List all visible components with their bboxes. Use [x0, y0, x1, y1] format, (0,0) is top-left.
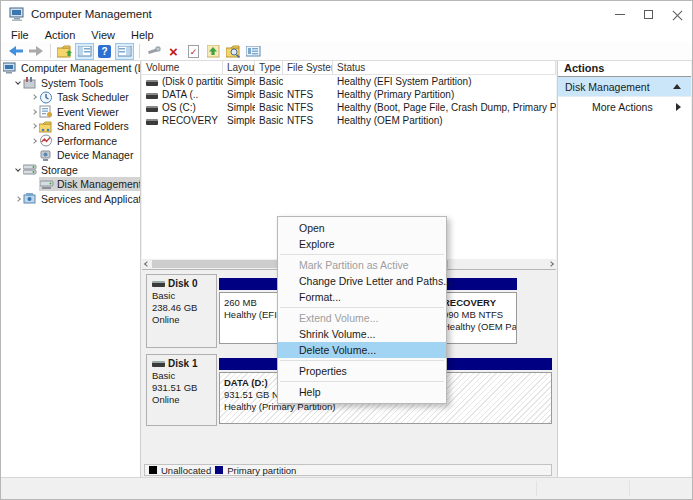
- volume-row[interactable]: RECOVERY Simple Basic NTFS Healthy (OEM …: [142, 114, 556, 127]
- more-actions-item[interactable]: More Actions: [558, 97, 691, 117]
- maximize-button[interactable]: [634, 1, 663, 27]
- chevron-collapsed-icon[interactable]: [29, 95, 39, 99]
- menu-item-delete-volume[interactable]: Delete Volume...: [278, 342, 446, 358]
- volume-row[interactable]: (Disk 0 partition 1) Simple Basic Health…: [142, 75, 556, 88]
- tree-item-device-manager[interactable]: Device Manager: [1, 148, 140, 163]
- volume-row[interactable]: OS (C:) Simple Basic NTFS Healthy (Boot,…: [142, 101, 556, 114]
- volume-icon: [146, 93, 158, 99]
- menu-item-extend-volume: Extend Volume...: [278, 310, 446, 326]
- action-pane-icon[interactable]: [115, 43, 134, 60]
- export-list-icon[interactable]: [55, 43, 74, 60]
- tree-item-disk-management[interactable]: Disk Management: [1, 177, 140, 192]
- forward-icon[interactable]: [26, 43, 45, 60]
- menu-item-properties[interactable]: Properties: [278, 363, 446, 379]
- menu-action[interactable]: Action: [37, 29, 84, 41]
- pointer-icon[interactable]: [144, 43, 163, 60]
- maximize-icon: [644, 10, 653, 19]
- delete-icon[interactable]: ×: [164, 43, 183, 60]
- properties-check-icon[interactable]: ✓: [184, 43, 203, 60]
- disk-type: Basic: [152, 370, 216, 382]
- menu-separator: [280, 381, 444, 382]
- close-button[interactable]: [663, 1, 692, 27]
- storage-icon: [23, 163, 37, 176]
- disk-icon: [152, 281, 165, 287]
- window-title: Computer Management: [31, 8, 152, 20]
- chevron-expanded-icon[interactable]: [13, 169, 23, 171]
- partition-legend: Unallocated Primary partition: [144, 464, 552, 476]
- menu-separator: [280, 307, 444, 308]
- actions-group-disk-management[interactable]: Disk Management: [558, 77, 691, 97]
- scroll-right-icon[interactable]: [546, 259, 556, 269]
- details-icon[interactable]: [244, 43, 263, 60]
- volume-icon: [146, 80, 158, 86]
- computer-management-window: Computer Management File Action View Hel…: [0, 0, 693, 500]
- menu-item-shrink-volume[interactable]: Shrink Volume...: [278, 326, 446, 342]
- menu-item-explore[interactable]: Explore: [278, 236, 446, 252]
- tree-item-performance[interactable]: Performance: [1, 134, 140, 149]
- primary-partition-color-swatch: [215, 466, 223, 474]
- chevron-collapsed-icon[interactable]: [29, 110, 39, 114]
- collapse-arrow-icon[interactable]: [673, 84, 681, 89]
- disk-status: Online: [152, 314, 216, 326]
- find-icon[interactable]: [224, 43, 243, 60]
- tree-item-event-viewer[interactable]: Event Viewer: [1, 105, 140, 120]
- help-icon[interactable]: ?: [95, 43, 114, 60]
- system-tools-icon: [23, 76, 37, 89]
- menu-file[interactable]: File: [3, 29, 37, 41]
- up-arrow-icon[interactable]: [204, 43, 223, 60]
- menu-separator: [280, 254, 444, 255]
- tree-item-system-tools[interactable]: System Tools: [1, 76, 140, 91]
- tree-item-label: Task Scheduler: [57, 91, 129, 103]
- chevron-collapsed-icon[interactable]: [13, 197, 23, 201]
- console-tree: Computer Management (Local) System Tools…: [1, 61, 141, 477]
- disk-management-icon: [40, 178, 54, 191]
- chevron-expanded-icon[interactable]: [13, 82, 23, 84]
- tree-item-shared-folders[interactable]: Shared Folders: [1, 119, 140, 134]
- title-bar: Computer Management: [1, 1, 692, 27]
- menu-item-mark-partition-active: Mark Partition as Active: [278, 257, 446, 273]
- column-header-status[interactable]: Status: [333, 61, 556, 74]
- console-tree-icon[interactable]: [75, 43, 94, 60]
- tree-item-label: System Tools: [41, 77, 103, 89]
- tree-item-label: Device Manager: [57, 149, 133, 161]
- disk-size: 238.46 GB: [152, 302, 216, 314]
- disk-status: Online: [152, 394, 216, 406]
- menu-item-format[interactable]: Format...: [278, 289, 446, 305]
- tree-item-storage[interactable]: Storage: [1, 163, 140, 178]
- tree-item-label: Performance: [57, 135, 117, 147]
- tree-item-label: Storage: [41, 164, 78, 176]
- menu-item-open[interactable]: Open: [278, 220, 446, 236]
- chevron-collapsed-icon[interactable]: [29, 124, 39, 128]
- menu-help[interactable]: Help: [123, 29, 162, 41]
- device-manager-icon: [39, 149, 53, 162]
- chevron-collapsed-icon[interactable]: [29, 139, 39, 143]
- volume-context-menu: Open Explore Mark Partition as Active Ch…: [277, 216, 447, 404]
- back-icon[interactable]: [6, 43, 25, 60]
- menu-item-help[interactable]: Help: [278, 384, 446, 400]
- actions-header: Actions: [558, 61, 691, 77]
- minimize-button[interactable]: [605, 1, 634, 27]
- toolbar: ? × ✓: [1, 42, 692, 61]
- minimize-icon: [615, 14, 625, 15]
- volume-row[interactable]: DATA (.. Simple Basic NTFS Healthy (Prim…: [142, 88, 556, 101]
- status-bar: [1, 477, 692, 499]
- shared-folders-icon: [39, 120, 53, 133]
- disk-1-label[interactable]: Disk 1 Basic 931.51 GB Online: [146, 354, 217, 426]
- services-icon: [23, 192, 37, 205]
- column-header-file-system[interactable]: File System: [283, 61, 333, 74]
- computer-icon: [3, 62, 17, 75]
- tree-item-task-scheduler[interactable]: Task Scheduler: [1, 90, 140, 105]
- statusbar-divider: [629, 481, 630, 496]
- menu-item-change-drive-letter[interactable]: Change Drive Letter and Paths...: [278, 273, 446, 289]
- column-header-type[interactable]: Type: [255, 61, 283, 74]
- tree-item-label: Event Viewer: [57, 106, 119, 118]
- disk-0-label[interactable]: Disk 0 Basic 238.46 GB Online: [146, 274, 217, 348]
- scroll-left-icon[interactable]: [142, 259, 152, 269]
- column-header-volume[interactable]: Volume: [142, 61, 223, 74]
- tree-item-computer-management[interactable]: Computer Management (Local): [1, 61, 140, 76]
- menu-separator: [280, 360, 444, 361]
- column-header-layout[interactable]: Layout: [223, 61, 255, 74]
- tree-item-label: Shared Folders: [57, 120, 129, 132]
- tree-item-services-applications[interactable]: Services and Applications: [1, 192, 140, 207]
- menu-view[interactable]: View: [83, 29, 123, 41]
